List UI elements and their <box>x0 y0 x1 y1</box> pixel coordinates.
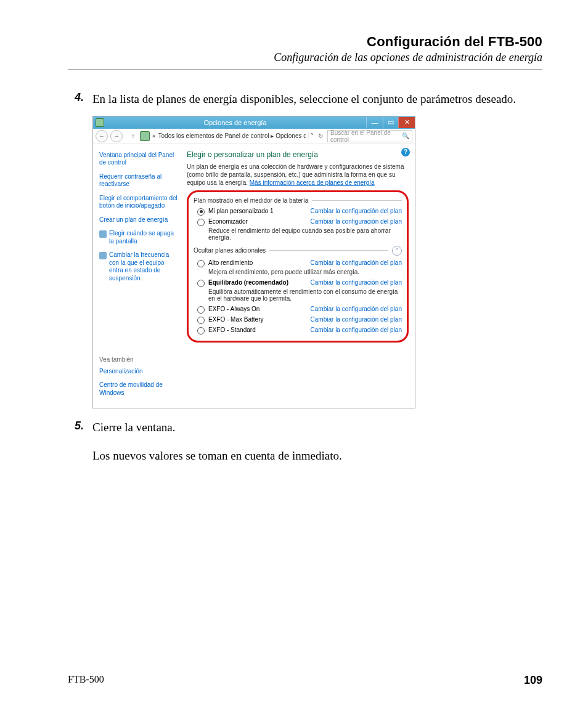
step-4-text: En la lista de planes de energía disponi… <box>92 91 542 107</box>
more-info-link[interactable]: Más información acerca de planes de ener… <box>250 179 375 186</box>
maximize-button[interactable]: ▭ <box>383 117 398 128</box>
radio-button[interactable] <box>197 260 205 267</box>
minimize-button[interactable]: — <box>366 117 383 128</box>
change-plan-settings-link[interactable]: Cambiar la configuración del plan <box>311 208 402 214</box>
breadcrumb[interactable]: « Todos los elementos de Panel de contro… <box>152 132 306 139</box>
power-options-window: Opciones de energía — ▭ ✕ ← → ↑ « Todos … <box>92 116 415 409</box>
sidebar-link[interactable]: Crear un plan de energía <box>99 216 178 224</box>
refresh-icon: ↻ <box>318 132 323 139</box>
sidebar-link[interactable]: Cambiar la frecuencia con la que el equi… <box>109 251 178 282</box>
power-plan-option[interactable]: EXFO - StandardCambiar la configuración … <box>197 327 402 335</box>
plan-name: Alto rendimiento <box>208 259 253 266</box>
step-4-number: 4. <box>68 91 84 107</box>
breadcrumb-text: Todos los elementos de Panel de control … <box>158 132 306 139</box>
power-plan-option[interactable]: Mi plan personalizado 1Cambiar la config… <box>197 208 402 216</box>
up-button[interactable]: ↑ <box>129 132 137 139</box>
plan-name: EXFO - Standard <box>208 327 256 333</box>
forward-button[interactable]: → <box>110 130 123 142</box>
change-plan-settings-link[interactable]: Cambiar la configuración del plan <box>311 218 402 225</box>
search-placeholder: Buscar en el Panel de control <box>330 129 402 143</box>
window-title: Opciones de energía <box>104 119 366 126</box>
change-plan-settings-link[interactable]: Cambiar la configuración del plan <box>311 259 402 266</box>
sidebar-link[interactable]: Ventana principal del Panel de control <box>99 152 178 167</box>
group2-label[interactable]: Ocultar planes adicionales ˄ <box>194 246 402 256</box>
highlighted-area: Plan mostrado en el medidor de la baterí… <box>187 190 409 343</box>
sidebar-link[interactable]: Requerir contraseña al reactivarse <box>99 173 178 189</box>
power-plan-option[interactable]: Alto rendimientoCambiar la configuración… <box>197 259 402 267</box>
radio-button[interactable] <box>197 306 205 314</box>
change-plan-settings-link[interactable]: Cambiar la configuración del plan <box>311 306 402 312</box>
back-button[interactable]: ← <box>96 130 108 142</box>
sidebar-link[interactable]: Elegir cuándo se apaga la pantalla <box>109 230 178 245</box>
group1-text: Plan mostrado en el medidor de la baterí… <box>194 197 308 204</box>
plan-name: Economizador <box>208 218 248 225</box>
sidebar-link-mobility[interactable]: Centro de movilidad de Windows <box>99 381 178 397</box>
power-plan-option[interactable]: EconomizadorCambiar la configuración del… <box>197 218 402 226</box>
step-5-text: Cierre la ventana. <box>92 420 542 436</box>
main-heading: Elegir o personalizar un plan de energía <box>187 150 409 159</box>
address-bar: ← → ↑ « Todos los elementos de Panel de … <box>93 129 415 144</box>
footer-page-number: 109 <box>524 674 542 687</box>
plan-description: Mejora el rendimiento, pero puede utiliz… <box>208 269 402 275</box>
help-icon[interactable]: ? <box>401 148 410 156</box>
power-plan-option[interactable]: EXFO - Always OnCambiar la configuración… <box>197 306 402 314</box>
search-input[interactable]: Buscar en el Panel de control 🔍 <box>327 130 412 142</box>
main-description: Un plan de energía es una colección de h… <box>187 163 409 187</box>
radio-button[interactable] <box>197 219 205 226</box>
refresh-area[interactable]: ˅ ↻ <box>308 132 325 139</box>
body-note: Los nuevos valores se toman en cuenta de… <box>92 448 542 464</box>
sidebar-link[interactable]: Elegir el comportamiento del botón de in… <box>99 195 178 210</box>
plan-name: Mi plan personalizado 1 <box>208 208 274 214</box>
dropdown-icon: ˅ <box>311 132 314 139</box>
power-plan-option[interactable]: EXFO - Max BatteryCambiar la configuraci… <box>197 316 402 324</box>
power-plan-option[interactable]: Equilibrado (recomendado)Cambiar la conf… <box>197 279 402 287</box>
main-panel: ? Elegir o personalizar un plan de energ… <box>183 144 415 408</box>
app-icon <box>96 118 104 127</box>
plan-description: Reduce el rendimiento del equipo cuando … <box>208 227 402 241</box>
plan-name: EXFO - Max Battery <box>208 316 263 323</box>
header-rule <box>68 69 542 70</box>
see-also-label: Vea también <box>99 356 178 364</box>
change-plan-settings-link[interactable]: Cambiar la configuración del plan <box>311 327 402 333</box>
display-icon <box>99 230 107 238</box>
collapse-icon[interactable]: ˄ <box>392 246 402 256</box>
titlebar[interactable]: Opciones de energía — ▭ ✕ <box>93 116 415 129</box>
group2-text: Ocultar planes adicionales <box>194 247 266 254</box>
sidebar: Ventana principal del Panel de control R… <box>93 144 183 408</box>
radio-button[interactable] <box>197 208 205 216</box>
plan-name: EXFO - Always On <box>208 306 259 312</box>
page-header-subtitle: Configuración de las opciones de adminis… <box>68 51 542 64</box>
plan-description: Equilibra automáticamente el rendimiento… <box>208 288 402 302</box>
change-plan-settings-link[interactable]: Cambiar la configuración del plan <box>311 316 402 323</box>
radio-button[interactable] <box>197 327 205 335</box>
sleep-icon <box>99 252 107 259</box>
breadcrumb-icon <box>140 131 150 141</box>
breadcrumb-prefix: « <box>152 132 156 139</box>
footer-product: FTB-500 <box>68 674 104 687</box>
close-button[interactable]: ✕ <box>398 117 415 128</box>
group1-label: Plan mostrado en el medidor de la baterí… <box>194 197 402 204</box>
sidebar-link-personalization[interactable]: Personalización <box>99 368 178 376</box>
radio-button[interactable] <box>197 317 205 324</box>
page-header-title: Configuración del FTB-500 <box>68 34 542 50</box>
change-plan-settings-link[interactable]: Cambiar la configuración del plan <box>311 279 402 286</box>
search-icon: 🔍 <box>402 132 409 139</box>
radio-button[interactable] <box>197 280 205 287</box>
plan-name: Equilibrado (recomendado) <box>208 279 288 286</box>
step-5-number: 5. <box>68 420 84 436</box>
